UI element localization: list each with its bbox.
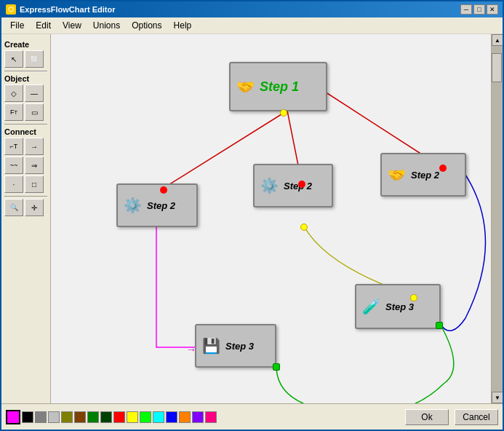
conn5-tool[interactable]: · bbox=[4, 175, 23, 193]
create-tools: ↖ ⬜ bbox=[4, 50, 47, 68]
node-step1-label: Step 1 bbox=[260, 79, 299, 95]
node-step2-mid[interactable]: ⚙️ Step 2 bbox=[253, 164, 333, 207]
create-label: Create bbox=[4, 40, 47, 49]
color-swatch-black[interactable] bbox=[22, 411, 33, 423]
menu-options[interactable]: Options bbox=[126, 19, 167, 32]
dot-yellow-2 bbox=[300, 224, 308, 231]
color-swatch-green[interactable] bbox=[87, 411, 99, 423]
menu-bar: File Edit View Unions Options Help bbox=[1, 17, 503, 34]
color-swatch-brown[interactable] bbox=[74, 411, 86, 423]
color-swatch-orange[interactable] bbox=[179, 411, 191, 423]
conn2-tool[interactable]: → bbox=[25, 138, 44, 155]
minimize-button[interactable]: ─ bbox=[460, 4, 472, 15]
title-bar-left: ⬡ ExpressFlowChart Editor bbox=[6, 4, 115, 15]
diamond-tool[interactable]: ◇ bbox=[4, 84, 23, 102]
node-step2-right-label: Step 2 bbox=[411, 170, 439, 181]
color-swatch-blue[interactable] bbox=[166, 411, 177, 423]
color-swatch-olive[interactable] bbox=[61, 411, 73, 423]
node-step2-mid-icon: ⚙️ bbox=[257, 174, 281, 197]
maximize-button[interactable]: □ bbox=[473, 4, 485, 15]
arrow-to-step3: → bbox=[186, 344, 196, 355]
dot-green-2 bbox=[436, 322, 443, 329]
scroll-up-arrow[interactable]: ▲ bbox=[492, 34, 503, 46]
bottom-buttons: Ok Cancel bbox=[405, 409, 498, 425]
vertical-scrollbar[interactable]: ▲ ▼ bbox=[491, 34, 503, 403]
dot-red-3 bbox=[439, 165, 447, 172]
node-step2-left[interactable]: ⚙️ Step 2 bbox=[116, 183, 198, 227]
bottom-bar: Ok Cancel bbox=[1, 403, 503, 430]
cancel-button[interactable]: Cancel bbox=[455, 409, 498, 425]
title-bar: ⬡ ExpressFlowChart Editor ─ □ ✕ bbox=[1, 1, 503, 17]
menu-help[interactable]: Help bbox=[168, 19, 198, 32]
node-step3-right[interactable]: 🧪 Step 3 bbox=[355, 284, 441, 329]
app-icon: ⬡ bbox=[6, 4, 16, 15]
color-swatch-lime[interactable] bbox=[140, 411, 151, 423]
node-step2-right-icon: 🤝 bbox=[385, 163, 408, 186]
node-step2-left-label: Step 2 bbox=[147, 200, 175, 211]
canvas-area[interactable]: 🤝 Step 1 ⚙️ Step 2 ⚙️ Step 2 🤝 Step 2 bbox=[51, 34, 491, 403]
menu-unions[interactable]: Unions bbox=[87, 19, 126, 32]
scroll-thumb[interactable] bbox=[492, 53, 502, 82]
main-window: ⬡ ExpressFlowChart Editor ─ □ ✕ File Edi… bbox=[0, 0, 504, 431]
window-title: ExpressFlowChart Editor bbox=[20, 5, 115, 14]
conn3-tool[interactable]: ~~ bbox=[4, 157, 23, 174]
connect-tools: ⌐T → ~~ ⇒ · □ bbox=[4, 138, 47, 193]
dot-red-2 bbox=[298, 181, 305, 188]
node-step2-right[interactable]: 🤝 Step 2 bbox=[380, 153, 466, 197]
connect-label: Connect bbox=[4, 127, 47, 136]
text-tool[interactable]: FT bbox=[4, 103, 23, 121]
node-step3-left-label: Step 3 bbox=[225, 341, 254, 352]
left-panel: Create ↖ ⬜ Object ◇ — FT ▭ Connect ⌐T → … bbox=[1, 34, 51, 403]
conn6-tool[interactable]: □ bbox=[25, 175, 44, 193]
node-step2-left-icon: ⚙️ bbox=[121, 194, 144, 217]
color-swatch-purple[interactable] bbox=[192, 411, 204, 423]
dot-yellow-1 bbox=[280, 109, 287, 116]
divider-2 bbox=[4, 124, 47, 124]
color-swatch-red[interactable] bbox=[113, 411, 125, 423]
color-swatch-cyan[interactable] bbox=[153, 411, 164, 423]
color-swatch-pink[interactable] bbox=[205, 411, 217, 423]
select-tool[interactable]: ↖ bbox=[4, 50, 23, 68]
rect2-tool[interactable]: ▭ bbox=[25, 103, 44, 121]
color-swatch-silver[interactable] bbox=[48, 411, 60, 423]
color-swatch-selected[interactable] bbox=[6, 410, 20, 424]
canvas-inner: 🤝 Step 1 ⚙️ Step 2 ⚙️ Step 2 🤝 Step 2 bbox=[51, 34, 487, 384]
menu-edit[interactable]: Edit bbox=[30, 19, 57, 32]
node-step1[interactable]: 🤝 Step 1 bbox=[229, 62, 327, 111]
line-tool[interactable]: — bbox=[25, 84, 44, 102]
close-button[interactable]: ✕ bbox=[487, 4, 498, 15]
scroll-down-arrow[interactable]: ▼ bbox=[492, 392, 503, 403]
node-step3-left[interactable]: 💾 Step 3 bbox=[195, 324, 276, 368]
color-swatch-gray[interactable] bbox=[35, 411, 47, 423]
color-palette bbox=[6, 410, 217, 424]
ok-button[interactable]: Ok bbox=[405, 409, 449, 425]
move-tool[interactable]: ✛ bbox=[25, 199, 44, 216]
node-step1-icon: 🤝 bbox=[233, 75, 257, 98]
node-step3-right-icon: 🧪 bbox=[359, 295, 383, 318]
scroll-track[interactable] bbox=[492, 46, 503, 392]
node-step3-right-label: Step 3 bbox=[385, 301, 414, 312]
menu-file[interactable]: File bbox=[4, 19, 30, 32]
title-controls: ─ □ ✕ bbox=[460, 4, 498, 15]
divider-3 bbox=[4, 196, 47, 197]
utility-tools: 🔍 ✛ bbox=[4, 199, 47, 216]
color-swatch-yellow[interactable] bbox=[127, 411, 138, 423]
dot-yellow-3 bbox=[410, 294, 417, 301]
divider-1 bbox=[4, 71, 47, 71]
dot-green-1 bbox=[273, 363, 280, 371]
node-step3-left-icon: 💾 bbox=[199, 334, 223, 357]
rect-tool[interactable]: ⬜ bbox=[25, 50, 44, 68]
zoom-tool[interactable]: 🔍 bbox=[4, 199, 23, 216]
conn4-tool[interactable]: ⇒ bbox=[25, 157, 44, 174]
conn1-tool[interactable]: ⌐T bbox=[4, 138, 23, 155]
dot-red-1 bbox=[160, 186, 167, 194]
color-swatch-darkgreen[interactable] bbox=[100, 411, 112, 423]
object-label: Object bbox=[4, 74, 47, 83]
object-tools: ◇ — FT ▭ bbox=[4, 84, 47, 121]
menu-view[interactable]: View bbox=[57, 19, 87, 32]
main-area: Create ↖ ⬜ Object ◇ — FT ▭ Connect ⌐T → … bbox=[1, 34, 503, 403]
